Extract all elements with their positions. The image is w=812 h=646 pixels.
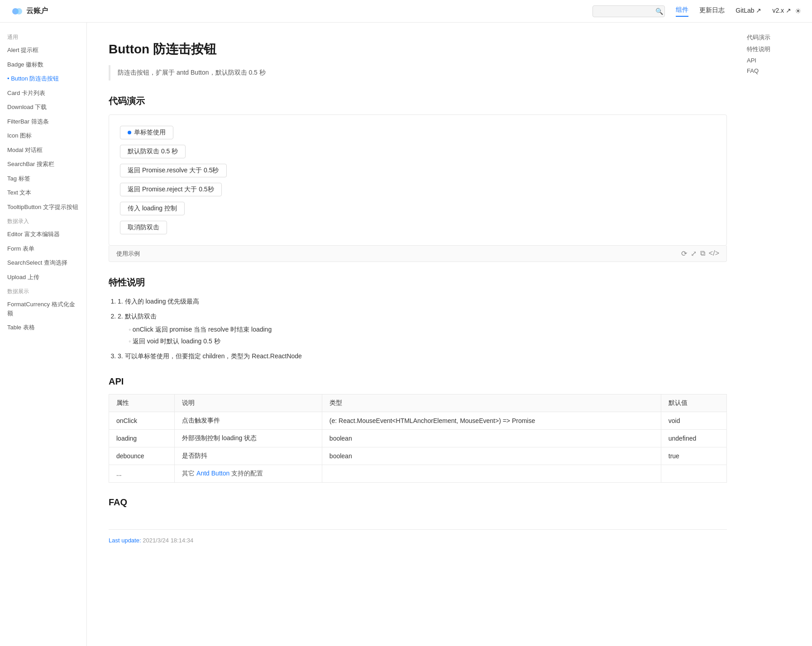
prop-sublist-2: ◦ onClick 返回 promise 当当 resolve 时结束 load… (118, 324, 727, 347)
nav-gitlab[interactable]: GitLab ↗ (736, 7, 761, 16)
description-box: 防连击按钮，扩展于 antd Button，默认防双击 0.5 秒 (109, 65, 727, 81)
sidebar-item-tooltipbutton[interactable]: TooltipButton 文字提示按钮 (0, 200, 86, 214)
demo-btn-promise-reject-label: 返回 Promise.reject 大于 0.5秒 (128, 185, 214, 194)
sidebar-item-filterbar[interactable]: FilterBar 筛选条 (0, 114, 86, 129)
section-title-properties: 特性说明 (109, 276, 727, 289)
properties-list: 1. 传入的 loading 优先级最高 2. 默认防双击 ◦ onClick … (109, 296, 727, 362)
api-col-default: 默认值 (661, 394, 726, 412)
nav-changelog[interactable]: 更新日志 (699, 6, 725, 16)
demo-btn-promise-resolve[interactable]: 返回 Promise.resolve 大于 0.5秒 (120, 164, 227, 177)
toc: 代码演示 特性说明 API FAQ (747, 32, 801, 76)
toc-item-faq[interactable]: FAQ (747, 66, 801, 76)
logo[interactable]: 云账户 (11, 5, 48, 18)
sidebar-item-table[interactable]: Table 表格 (0, 320, 86, 335)
footer-note: Last update: 2021/3/24 18:14:34 (109, 529, 727, 544)
sidebar-item-text[interactable]: Text 文本 (0, 185, 86, 200)
sidebar-item-upload[interactable]: Upload 上传 (0, 270, 86, 285)
section-title-faq: FAQ (109, 497, 727, 508)
sidebar-item-form[interactable]: Form 表单 (0, 242, 86, 256)
sidebar-item-editor[interactable]: Editor 富文本编辑器 (0, 227, 86, 242)
sidebar-section-display: 数据展示 (0, 284, 86, 297)
prop-sub-text-2-2: 返回 void 时默认 loading 0.5 秒 (133, 337, 220, 345)
api-col-desc: 说明 (175, 394, 322, 412)
footer-date: 2021/3/24 18:14:34 (143, 537, 193, 544)
prop-item-1: 1. 传入的 loading 优先级最高 (118, 296, 727, 307)
api-cell-rest-prop: ... (109, 465, 175, 482)
demo-btn-default-debounce[interactable]: 默认防双击 0.5 秒 (120, 145, 186, 158)
api-row-loading: loading 外部强制控制 loading 状态 boolean undefi… (109, 429, 727, 447)
search-icon: 🔍 (655, 8, 663, 15)
prop-item-2: 2. 默认防双击 ◦ onClick 返回 promise 当当 resolve… (118, 311, 727, 347)
api-table: 属性 说明 类型 默认值 onClick 点击触发事件 (e: React.Mo… (109, 394, 727, 483)
api-table-header: 属性 说明 类型 默认值 (109, 394, 727, 412)
prop-text-2: 2. 默认防双击 (118, 313, 157, 320)
search-box[interactable]: 🔍 (592, 5, 665, 17)
demo-btn-loading-control[interactable]: 传入 loading 控制 (120, 202, 185, 215)
code-icon[interactable]: </> (709, 249, 719, 258)
demo-btn-single-tag[interactable]: 单标签使用 (120, 126, 173, 139)
sidebar-item-tag[interactable]: Tag 标签 (0, 171, 86, 186)
copy-icon[interactable]: ⧉ (700, 249, 705, 258)
prop-item-3: 3. 可以单标签使用，但要指定 children，类型为 React.React… (118, 351, 727, 362)
demo-btn-default-debounce-label: 默认防双击 0.5 秒 (128, 147, 178, 156)
api-cell-loading-desc: 外部强制控制 loading 状态 (175, 429, 322, 447)
api-table-body: onClick 点击触发事件 (e: React.MouseEvent<HTML… (109, 412, 727, 482)
api-cell-onclick-desc: 点击触发事件 (175, 412, 322, 429)
sidebar: 通用 Alert 提示框 Badge 徽标数 Button 防连击按钮 Card… (0, 23, 87, 646)
api-col-prop: 属性 (109, 394, 175, 412)
sidebar-item-card[interactable]: Card 卡片列表 (0, 86, 86, 100)
toc-item-demo[interactable]: 代码演示 (747, 32, 801, 43)
sidebar-item-formatcurrency[interactable]: FormatCurrency 格式化金额 (0, 297, 86, 320)
api-row-debounce: debounce 是否防抖 boolean true (109, 447, 727, 465)
prop-text-3: 3. 可以单标签使用，但要指定 children，类型为 React.React… (118, 352, 302, 360)
prop-text-1: 1. 传入的 loading 优先级最高 (118, 298, 200, 305)
demo-btn-cancel-debounce-label: 取消防双击 (128, 223, 159, 232)
api-row-onclick: onClick 点击触发事件 (e: React.MouseEvent<HTML… (109, 412, 727, 429)
api-cell-debounce-desc: 是否防抖 (175, 447, 322, 465)
api-cell-debounce-type: boolean (322, 447, 661, 465)
layout: 通用 Alert 提示框 Badge 徽标数 Button 防连击按钮 Card… (0, 23, 812, 646)
expand-icon[interactable]: ⤢ (691, 249, 697, 258)
api-table-header-row: 属性 说明 类型 默认值 (109, 394, 727, 412)
api-cell-loading-default: undefined (661, 429, 726, 447)
sidebar-item-badge[interactable]: Badge 徽标数 (0, 57, 86, 72)
api-cell-loading-type: boolean (322, 429, 661, 447)
refresh-icon[interactable]: ⟳ (681, 249, 687, 258)
sidebar-section-general: 通用 (0, 30, 86, 43)
sidebar-item-searchbar[interactable]: SearchBar 搜索栏 (0, 157, 86, 171)
toc-item-api[interactable]: API (747, 55, 801, 66)
api-cell-onclick-prop: onClick (109, 412, 175, 429)
demo-btn-loading-control-label: 传入 loading 控制 (128, 204, 177, 213)
sidebar-item-alert[interactable]: Alert 提示框 (0, 43, 86, 57)
api-col-type: 类型 (322, 394, 661, 412)
sidebar-item-icon[interactable]: Icon 图标 (0, 128, 86, 143)
demo-btn-cancel-debounce[interactable]: 取消防双击 (120, 221, 167, 234)
nav-components[interactable]: 组件 (676, 6, 688, 17)
main-content: Button 防连击按钮 防连击按钮，扩展于 antd Button，默认防双击… (87, 23, 749, 646)
sidebar-item-searchselect[interactable]: SearchSelect 查询选择 (0, 256, 86, 270)
prop-sub-item-2-2: ◦ 返回 void 时默认 loading 0.5 秒 (129, 336, 727, 347)
sidebar-item-download[interactable]: Download 下载 (0, 100, 86, 114)
prop-sub-item-2-1: ◦ onClick 返回 promise 当当 resolve 时结束 load… (129, 324, 727, 335)
svg-point-1 (16, 8, 22, 14)
demo-btn-promise-reject[interactable]: 返回 Promise.reject 大于 0.5秒 (120, 183, 222, 196)
search-input[interactable] (597, 8, 655, 14)
demo-buttons-container: 单标签使用 默认防双击 0.5 秒 返回 Promise.resolve 大于 … (120, 126, 716, 234)
toc-item-properties[interactable]: 特性说明 (747, 43, 801, 55)
sidebar-item-modal[interactable]: Modal 对话框 (0, 143, 86, 157)
demo-footer-label: 使用示例 (116, 250, 140, 258)
antd-button-link[interactable]: Antd Button (196, 470, 229, 477)
sidebar-item-button[interactable]: Button 防连击按钮 (0, 71, 86, 86)
api-cell-rest-default (661, 465, 726, 482)
api-cell-onclick-default: void (661, 412, 726, 429)
nav-version[interactable]: v2.x ↗ (772, 7, 791, 16)
logo-text: 云账户 (26, 6, 48, 16)
settings-icon[interactable]: ☀ (795, 7, 801, 15)
footer-label: Last update: (109, 537, 141, 544)
demo-btn-single-tag-label: 单标签使用 (134, 128, 166, 137)
demo-box: 单标签使用 默认防双击 0.5 秒 返回 Promise.resolve 大于 … (109, 114, 727, 246)
sidebar-section-input: 数据录入 (0, 214, 86, 227)
api-row-rest: ... 其它 Antd Button 支持的配置 (109, 465, 727, 482)
dot-icon (128, 131, 131, 134)
prop-sub-text-2-1: onClick 返回 promise 当当 resolve 时结束 loadin… (133, 326, 272, 333)
